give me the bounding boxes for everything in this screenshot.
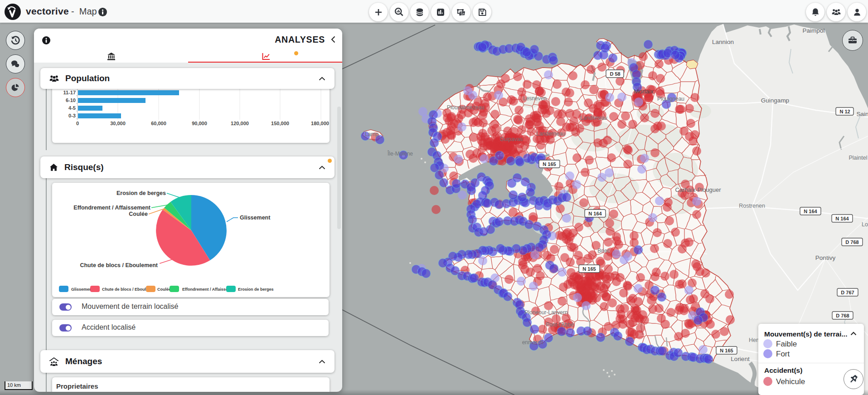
svg-text:60,000: 60,000	[151, 121, 166, 126]
svg-text:N 165: N 165	[543, 161, 556, 167]
svg-text:150,000: 150,000	[271, 121, 289, 126]
svg-text:Glissemen: Glissemen	[71, 287, 92, 292]
svg-text:Rostrenen: Rostrenen	[739, 203, 765, 209]
svg-text:120,000: 120,000	[231, 121, 249, 126]
svg-text:Lo: Lo	[862, 221, 868, 228]
svg-text:Effondrement / Affaissement: Effondrement / Affaissement	[73, 205, 151, 211]
svg-text:Erosion de berges: Erosion de berges	[238, 287, 274, 292]
svg-text:Plaintel: Plaintel	[849, 155, 868, 161]
svg-text:Plouigneau: Plouigneau	[657, 96, 684, 102]
svg-text:Guipavas: Guipavas	[500, 136, 523, 142]
svg-text:Chute de blocs / Eboulem: Chute de blocs / Eboulem	[102, 287, 152, 292]
svg-text:Effondrement / Affaissem: Effondrement / Affaissem	[182, 287, 232, 292]
svg-text:Paimpol: Paimpol	[803, 27, 825, 34]
svg-text:N 164: N 164	[804, 209, 817, 214]
svg-text:Coulée: Coulée	[157, 287, 171, 292]
svg-text:Lamp: Lamp	[365, 131, 378, 137]
svg-text:0: 0	[76, 121, 79, 126]
svg-text:Pont-l'Abbé: Pont-l'Abbé	[546, 322, 574, 328]
svg-text:Carhaix-Plouguer: Carhaix-Plouguer	[675, 186, 721, 193]
svg-text:Ploneour-Lanvern: Ploneour-Lanvern	[524, 309, 567, 316]
svg-text:30,000: 30,000	[110, 121, 126, 126]
svg-text:D 58: D 58	[610, 71, 620, 77]
svg-text:Pontivy: Pontivy	[815, 254, 836, 261]
svg-text:4-5: 4-5	[68, 105, 76, 111]
svg-text:Lannion: Lannion	[712, 39, 734, 45]
svg-text:Briec: Briec	[597, 248, 610, 254]
svg-text:Lesneven: Lesneven	[523, 95, 547, 102]
svg-text:Landerneau: Landerneau	[536, 131, 565, 137]
svg-text:Guingamp: Guingamp	[761, 97, 789, 104]
svg-text:90,000: 90,000	[192, 121, 207, 126]
svg-text:Erosion de berges: Erosion de berges	[116, 190, 166, 196]
svg-text:Morlaix: Morlaix	[634, 88, 654, 95]
svg-text:enmarch: enmarch	[522, 339, 543, 346]
svg-text:D 768: D 768	[845, 239, 858, 245]
svg-text:180,000: 180,000	[311, 121, 329, 126]
svg-text:6-10: 6-10	[66, 98, 76, 103]
svg-text:Coulée: Coulée	[129, 211, 148, 217]
svg-text:Île-Molène: Île-Molène	[387, 150, 413, 157]
svg-text:N 12: N 12	[839, 109, 850, 114]
svg-text:N 164: N 164	[835, 216, 849, 221]
svg-text:11-17: 11-17	[63, 90, 76, 95]
svg-text:Lorient: Lorient	[731, 356, 750, 362]
svg-text:Saint: Saint	[857, 111, 868, 117]
svg-text:D 767: D 767	[841, 290, 854, 295]
svg-text:Chute de blocs / Eboulement: Chute de blocs / Eboulement	[80, 262, 158, 268]
svg-text:0-3: 0-3	[68, 113, 76, 118]
svg-text:N 164: N 164	[588, 211, 602, 216]
svg-text:Ploudalmezeau: Ploudalmezeau	[447, 104, 485, 111]
svg-text:Glissement: Glissement	[240, 215, 271, 221]
svg-text:Landivisiau: Landivisiau	[580, 115, 607, 121]
svg-text:N 165: N 165	[582, 266, 596, 272]
svg-text:D 768: D 768	[836, 313, 849, 318]
svg-text:N 165: N 165	[720, 348, 733, 353]
